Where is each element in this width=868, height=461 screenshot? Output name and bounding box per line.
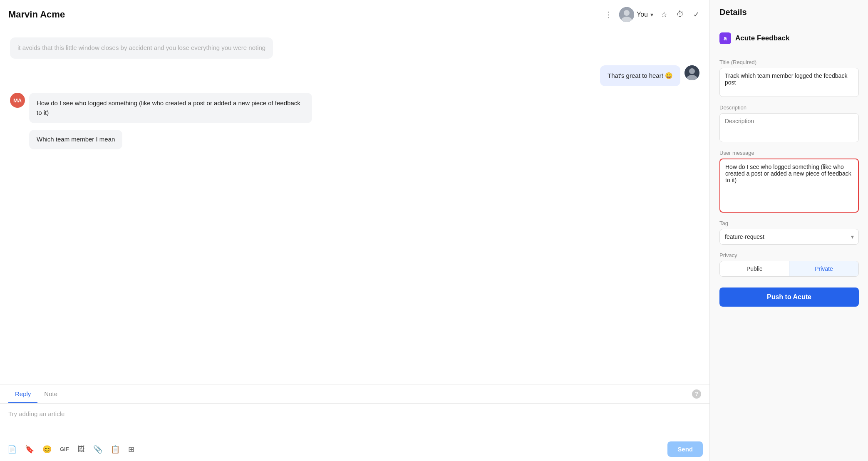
description-input[interactable] [719, 113, 859, 142]
description-field-group: Description [719, 104, 859, 142]
tag-label: Tag [719, 220, 859, 226]
send-button[interactable]: Send [667, 441, 703, 457]
user-avatar [684, 65, 699, 80]
message-row-right: That's great to hear! 😀 [10, 65, 699, 87]
privacy-private-button[interactable]: Private [789, 261, 858, 276]
ma-avatar: MA [10, 93, 25, 108]
top-bar: Marvin Acme ⋮ You ▾ ☆ ⏱ ✓ [0, 0, 709, 29]
title-field-group: Title (Required) [719, 59, 859, 97]
conversation-title: Marvin Acme [8, 9, 604, 20]
push-to-acute-button[interactable]: Push to Acute [719, 288, 859, 307]
description-label: Description [719, 104, 859, 111]
user-message-field-group: User message [719, 150, 859, 213]
reply-box: Reply Note ? Try adding an article 📄 🔖 😊… [0, 384, 709, 461]
tag-select[interactable]: feature-request bug improvement question [719, 229, 859, 245]
gif-icon[interactable]: GIF [59, 445, 70, 453]
right-message-bubble: That's great to hear! 😀 [600, 65, 680, 87]
reply-input-area[interactable]: Try adding an article [0, 404, 709, 437]
privacy-public-button[interactable]: Public [720, 261, 789, 276]
title-label: Title (Required) [719, 59, 859, 65]
message-row: it avoids that this little window closes… [10, 37, 699, 59]
tab-reply[interactable]: Reply [8, 384, 37, 403]
privacy-toggle: Public Private [719, 261, 859, 277]
user-message-label: User message [719, 150, 859, 156]
user-message-input[interactable] [719, 159, 859, 213]
details-body: a Acute Feedback Title (Required) Descri… [710, 24, 868, 461]
image-icon[interactable]: 🖼 [77, 444, 86, 454]
ma-message-bubble-1: How do I see who logged something (like … [29, 93, 312, 123]
acute-logo: a [719, 32, 731, 44]
message-row-ma-2: Which team member I mean [10, 130, 699, 149]
privacy-field-group: Privacy Public Private [719, 252, 859, 277]
chevron-down-icon: ▾ [650, 11, 653, 18]
doc-icon[interactable]: 📄 [7, 444, 17, 455]
details-header: Details [710, 0, 868, 24]
clock-icon[interactable]: ⏱ [675, 8, 686, 20]
acute-header: a Acute Feedback [719, 32, 859, 44]
chat-area: it avoids that this little window closes… [0, 29, 709, 384]
template-icon[interactable]: 📋 [110, 444, 121, 455]
ma-message-bubble-2: Which team member I mean [29, 130, 122, 149]
check-icon[interactable]: ✓ [692, 8, 701, 21]
avatar [619, 7, 634, 22]
svg-point-1 [624, 10, 630, 16]
star-icon[interactable]: ☆ [659, 8, 669, 21]
title-input[interactable] [719, 68, 859, 97]
tag-field-group: Tag feature-request bug improvement ques… [719, 220, 859, 245]
grid-icon[interactable]: ⊞ [127, 444, 135, 455]
svg-point-4 [689, 68, 695, 74]
attach-icon[interactable]: 📎 [92, 444, 103, 455]
emoji-icon[interactable]: 😊 [42, 444, 52, 455]
partial-message: it avoids that this little window closes… [10, 37, 273, 59]
tab-note[interactable]: Note [37, 384, 64, 403]
message-row-ma-1: MA How do I see who logged something (li… [10, 93, 699, 123]
assignee-label: You [637, 11, 648, 18]
reply-toolbar: 📄 🔖 😊 GIF 🖼 📎 📋 ⊞ Send [0, 437, 709, 461]
reply-tabs: Reply Note ? [0, 384, 709, 404]
help-icon[interactable]: ? [692, 389, 701, 399]
tag-select-wrapper: feature-request bug improvement question… [719, 229, 859, 245]
reply-placeholder: Try adding an article [8, 410, 64, 417]
left-panel: Marvin Acme ⋮ You ▾ ☆ ⏱ ✓ [0, 0, 710, 461]
assignee-selector[interactable]: You ▾ [619, 7, 653, 22]
more-options-icon[interactable]: ⋮ [604, 10, 613, 20]
bookmark-icon[interactable]: 🔖 [24, 444, 35, 455]
top-bar-actions: ⋮ You ▾ ☆ ⏱ ✓ [604, 7, 701, 22]
acute-name: Acute Feedback [735, 34, 789, 42]
privacy-label: Privacy [719, 252, 859, 258]
details-title: Details [719, 7, 747, 17]
right-panel: Details a Acute Feedback Title (Required… [710, 0, 868, 461]
